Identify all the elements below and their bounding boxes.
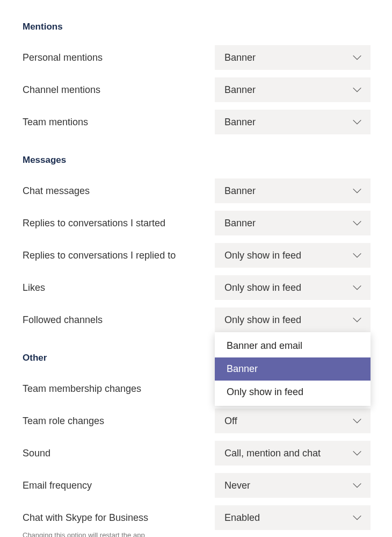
setting-row-sound: Sound Call, mention and chat [21,441,371,466]
setting-row-email-frequency: Email frequency Never [21,473,371,498]
chevron-down-icon [351,314,363,326]
setting-label: Followed channels [21,314,215,326]
chevron-down-icon [351,185,363,197]
setting-sublabel: Changing this option will restart the ap… [23,531,371,537]
dropdown-personal-mentions[interactable]: Banner [215,45,371,70]
dropdown-team-mentions[interactable]: Banner [215,110,371,134]
setting-row-role-changes: Team role changes Off [21,409,371,433]
dropdown-replies-replied[interactable]: Only show in feed [215,243,371,268]
dropdown-value: Never [224,480,250,491]
setting-row-skype: Chat with Skype for Business Enabled [21,505,371,530]
dropdown-followed-channels[interactable]: Only show in feed Banner and email Banne… [215,307,371,332]
chevron-down-icon [351,84,363,96]
chevron-down-icon [351,479,363,491]
dropdown-sound[interactable]: Call, mention and chat [215,441,371,466]
dropdown-value: Banner [224,117,256,128]
dropdown-channel-mentions[interactable]: Banner [215,77,371,102]
setting-label: Email frequency [21,480,215,491]
setting-row-channel-mentions: Channel mentions Banner [21,77,371,102]
chevron-down-icon [351,282,363,293]
setting-label: Chat messages [21,185,215,197]
dropdown-skype[interactable]: Enabled [215,505,371,530]
chevron-down-icon [351,116,363,128]
notifications-settings: Mentions Personal mentions Banner Channe… [0,0,392,537]
dropdown-option-banner[interactable]: Banner [215,357,371,381]
section-header-messages: Messages [23,155,371,166]
setting-label: Replies to conversations I started [21,218,215,229]
setting-label: Replies to conversations I replied to [21,250,215,261]
dropdown-option-only-feed[interactable]: Only show in feed [215,381,371,404]
setting-label: Channel mentions [21,84,215,96]
dropdown-value: Off [224,416,237,427]
dropdown-value: Banner [224,52,256,63]
dropdown-role-changes[interactable]: Off [215,409,371,433]
setting-row-team-mentions: Team mentions Banner [21,110,371,134]
setting-label: Sound [21,448,215,459]
setting-label: Likes [21,282,215,293]
setting-row-chat-messages: Chat messages Banner [21,178,371,203]
setting-label: Team membership changes [21,383,215,395]
setting-row-likes: Likes Only show in feed [21,275,371,300]
dropdown-email-frequency[interactable]: Never [215,473,371,498]
setting-label: Personal mentions [21,52,215,63]
chevron-down-icon [351,52,363,63]
dropdown-value: Banner [224,84,256,96]
dropdown-value: Call, mention and chat [224,448,321,459]
dropdown-likes[interactable]: Only show in feed [215,275,371,300]
chevron-down-icon [351,415,363,427]
setting-label: Team role changes [21,416,215,427]
dropdown-value: Enabled [224,512,260,524]
dropdown-value: Banner [224,218,256,229]
setting-row-replies-started: Replies to conversations I started Banne… [21,211,371,235]
dropdown-menu: Banner and email Banner Only show in fee… [215,332,371,406]
setting-row-followed-channels: Followed channels Only show in feed Bann… [21,307,371,332]
section-header-mentions: Mentions [23,22,371,32]
setting-row-replies-replied: Replies to conversations I replied to On… [21,243,371,268]
chevron-down-icon [351,512,363,524]
dropdown-value: Only show in feed [224,282,301,293]
setting-label: Chat with Skype for Business [21,512,215,524]
dropdown-value: Banner [224,185,256,197]
dropdown-chat-messages[interactable]: Banner [215,178,371,203]
dropdown-option-banner-and-email[interactable]: Banner and email [215,334,371,357]
dropdown-value: Only show in feed [224,250,301,261]
chevron-down-icon [351,249,363,261]
setting-row-personal-mentions: Personal mentions Banner [21,45,371,70]
dropdown-replies-started[interactable]: Banner [215,211,371,235]
dropdown-value: Only show in feed [224,314,301,326]
chevron-down-icon [351,217,363,229]
chevron-down-icon [351,447,363,459]
setting-label: Team mentions [21,117,215,128]
